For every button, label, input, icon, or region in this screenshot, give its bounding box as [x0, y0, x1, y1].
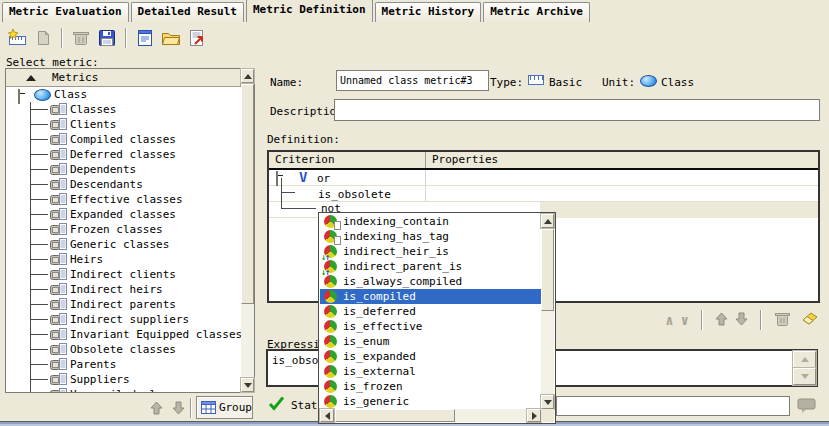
insert-and-button[interactable]: ∧ [665, 313, 673, 327]
tree-branch-line [30, 304, 48, 305]
move-criterion-up-button[interactable] [715, 312, 728, 329]
dropdown-horizontal-scrollbar[interactable] [320, 409, 541, 422]
criterion-option[interactable]: ↓↑ is_enum [320, 334, 541, 349]
metric-tree-item[interactable]: Clients [6, 117, 241, 132]
metric-tree-item[interactable]: Indirect heirs [6, 282, 241, 297]
description-input[interactable] [334, 99, 820, 121]
comment-bubble-icon[interactable] [797, 397, 817, 417]
delete-metric-button[interactable] [68, 25, 94, 51]
tree-branch-line [30, 184, 48, 185]
criterion-pie-icon: ↓↑ [324, 275, 337, 288]
metric-tree-root[interactable]: Class [6, 87, 241, 102]
clear-definition-button[interactable] [799, 311, 818, 329]
metric-tree-item[interactable]: Indirect suppliers [6, 312, 241, 327]
export-metrics-icon [186, 28, 208, 48]
criterion-option[interactable]: ↓↑ is_effective [320, 319, 541, 334]
dropdown-vertical-scrollbar[interactable] [541, 214, 554, 409]
metric-tree-item-label: Effective classes [70, 193, 183, 206]
group-button-label: Group [219, 401, 252, 414]
save-metric-button[interactable] [94, 25, 120, 51]
criterion-option-label: is_effective [343, 320, 422, 333]
criterion-option[interactable]: ↓↑ is_frozen [320, 379, 541, 394]
criterion-option[interactable]: ↓↑ is_always_compiled [320, 274, 541, 289]
metric-tree-item[interactable]: Descendants [6, 177, 241, 192]
scroll-left-icon[interactable] [320, 409, 334, 422]
metric-tree-item[interactable]: Generic classes [6, 237, 241, 252]
definition-table-header: Criterion Properties [269, 152, 818, 170]
metric-tab[interactable]: Detailed Result [131, 2, 244, 22]
tree-branch-line [30, 259, 48, 260]
scroll-up-icon[interactable] [541, 214, 554, 228]
scroll-down-icon[interactable] [241, 378, 254, 392]
metric-tree-item-label: Heirs [70, 253, 103, 266]
footer-separator [190, 398, 192, 418]
new-metric-icon [6, 28, 28, 48]
criterion-option[interactable]: ↓↑ indirect_heir_is [320, 244, 541, 259]
metric-tree-item[interactable]: Parents [6, 357, 241, 372]
scroll-down-icon[interactable] [541, 395, 554, 409]
metric-tree-item[interactable]: Compiled classes [6, 132, 241, 147]
move-metric-up-button[interactable] [147, 399, 165, 417]
criterion-option[interactable]: ↓↑ is_deferred [320, 304, 541, 319]
criterion-option[interactable]: ↓↑ indexing_has_tag [320, 229, 541, 244]
metric-tree-item[interactable]: Obsolete classes [6, 342, 241, 357]
properties-column-header[interactable]: Properties [426, 152, 498, 168]
move-metric-down-button[interactable] [169, 399, 187, 417]
open-metrics-file-button[interactable] [158, 25, 184, 51]
criterion-row-is-obsolete[interactable]: is_obsolete [318, 188, 391, 201]
tree-scrollbar[interactable] [241, 69, 254, 392]
metric-tree-header[interactable]: Metrics [6, 69, 241, 87]
criterion-option[interactable]: ↓↑ is_external [320, 364, 541, 379]
delete-criterion-button[interactable] [774, 311, 792, 330]
duplicate-metric-button[interactable] [30, 25, 56, 51]
metric-tree-item-label: Invariant Equipped classes [70, 328, 241, 341]
metric-tree-item[interactable]: Effective classes [6, 192, 241, 207]
tree-branch-line [281, 208, 316, 209]
metric-tab[interactable]: Metric Archive [483, 2, 590, 22]
scroll-right-icon[interactable] [527, 409, 541, 422]
metric-tab[interactable]: Metric Evaluation [2, 2, 129, 22]
metric-tab[interactable]: Metric Definition [246, 0, 373, 22]
criterion-option[interactable]: ↓↑ indexing_contain [320, 214, 541, 229]
metric-tree-item[interactable]: Expanded classes [6, 207, 241, 222]
metric-tree-item[interactable]: Heirs [6, 252, 241, 267]
tree-branch-line [30, 199, 48, 200]
criterion-row-or[interactable]: or [317, 172, 330, 185]
toolbar-separator [125, 28, 127, 48]
metric-tree-item[interactable]: Uncompiled classes [6, 387, 241, 392]
status-message-input[interactable] [556, 396, 790, 416]
metric-tree-item[interactable]: Suppliers [6, 372, 241, 387]
metric-tree-item[interactable]: Classes [6, 102, 241, 117]
criterion-option[interactable]: ↓↑ indirect_parent_is [320, 259, 541, 274]
criterion-column-header[interactable]: Criterion [269, 152, 426, 168]
scroll-down-icon[interactable] [793, 368, 816, 385]
metric-tree-item[interactable]: Deferred classes [6, 147, 241, 162]
criterion-pie-icon: ↓↑ [324, 215, 337, 228]
page-overlay-icon [334, 236, 341, 245]
collapse-expander-icon[interactable] [276, 172, 278, 185]
import-metrics-button[interactable] [132, 25, 158, 51]
metric-tree-item[interactable]: Dependents [6, 162, 241, 177]
metric-tab[interactable]: Metric History [375, 2, 482, 22]
scroll-up-icon[interactable] [241, 69, 254, 83]
dropdown-scrollbar-thumb[interactable] [541, 229, 554, 311]
export-metrics-button[interactable] [184, 25, 210, 51]
dropdown-hscrollbar-thumb[interactable] [335, 409, 455, 422]
metric-tree-item[interactable]: Indirect clients [6, 267, 241, 282]
move-criterion-down-button[interactable] [735, 312, 748, 329]
criterion-option[interactable]: ↓↑ is_compiled [320, 289, 541, 304]
insert-or-button[interactable]: ∨ [681, 313, 689, 327]
metric-name-input[interactable]: Unnamed class metric#3 [336, 70, 489, 91]
tree-branch-line [30, 289, 48, 290]
metric-tree-item[interactable]: Indirect parents [6, 297, 241, 312]
metric-tree-item[interactable]: Frozen classes [6, 222, 241, 237]
metric-tool-window: Metric Evaluation Detailed Result Metric… [0, 0, 829, 426]
new-metric-button[interactable] [4, 25, 30, 51]
metric-toolbar [4, 23, 210, 53]
metric-tree-item[interactable]: Invariant Equipped classes [6, 327, 241, 342]
tree-scrollbar-thumb[interactable] [241, 84, 254, 304]
scroll-up-icon[interactable] [793, 351, 816, 368]
group-toggle-button[interactable]: Group [196, 396, 253, 419]
criterion-option[interactable]: ↓↑ is_expanded [320, 349, 541, 364]
criterion-option[interactable]: ↓↑ is_generic [320, 394, 541, 409]
